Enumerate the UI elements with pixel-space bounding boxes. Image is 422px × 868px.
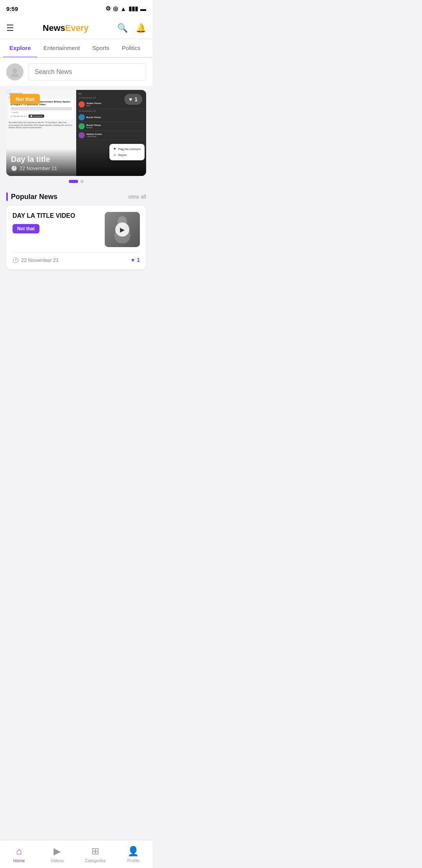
- news-card-title: DAY LA TITLE VIDEO: [13, 212, 99, 220]
- search-area: [0, 58, 152, 86]
- avatar: [6, 63, 23, 81]
- status-bar: 9:59 ⚙ ◎ ▲ ▮▮▮ ▬: [0, 0, 152, 17]
- clock-icon-2: 🕐: [13, 257, 19, 263]
- news-likes-count: 1: [137, 257, 140, 263]
- battery-icon: ▬: [140, 5, 146, 12]
- news-likes[interactable]: ♥ 1: [131, 257, 140, 263]
- news-card-footer: 🕐 22 November 21 ♥ 1: [13, 253, 140, 263]
- menu-button[interactable]: ☰: [6, 23, 14, 33]
- dot-2[interactable]: [80, 180, 84, 183]
- search-icon: 🔍: [117, 23, 128, 33]
- app-logo: NewsEvery: [43, 23, 88, 33]
- logo-text-news: News: [43, 23, 65, 33]
- fake-modal: ⚑ Flag this comment ⚠ Report: [109, 144, 145, 160]
- news-date-text: 22 November 21: [21, 257, 59, 263]
- popular-news-title: Popular News: [11, 193, 57, 201]
- wifi-icon: ▲: [120, 5, 126, 12]
- svg-point-0: [13, 68, 17, 73]
- heart-icon-2: ♥: [131, 257, 134, 263]
- dot-1[interactable]: [69, 180, 78, 183]
- view-all-button[interactable]: view all: [128, 194, 146, 200]
- search-button[interactable]: 🔍: [117, 23, 128, 33]
- settings-icon: ⚙: [106, 5, 111, 12]
- play-button[interactable]: ▶: [115, 222, 129, 237]
- svg-point-1: [11, 74, 19, 77]
- carousel-date: 🕐 22 November 21: [11, 165, 141, 171]
- clock-icon: 🕐: [11, 165, 17, 171]
- hamburger-icon: ☰: [6, 23, 14, 33]
- signal-icon: ▮▮▮: [129, 5, 138, 12]
- status-icons: ⚙ ◎ ▲ ▮▮▮ ▬: [106, 5, 146, 12]
- logo-text-every: Every: [65, 23, 89, 33]
- search-input[interactable]: [28, 63, 146, 81]
- carousel-like-badge[interactable]: ♥ 1: [124, 94, 142, 105]
- header-actions: 🔍 🔔: [117, 23, 146, 33]
- tab-politics[interactable]: Politics: [116, 39, 147, 58]
- carousel-date-text: 22 November 21: [20, 165, 57, 171]
- news-date: 🕐 22 November 21: [13, 257, 59, 263]
- heart-icon: ♥: [129, 96, 132, 102]
- status-time: 9:59: [6, 5, 18, 12]
- notification-icon: 🔔: [136, 23, 146, 33]
- news-card-inner: DAY LA TITLE VIDEO Noi that ▶: [13, 212, 140, 247]
- news-card-thumbnail[interactable]: ▶: [105, 212, 140, 247]
- popular-news-header: Popular News view all: [0, 186, 152, 206]
- tab-entertainment[interactable]: Entertainment: [37, 39, 86, 58]
- news-card-tag[interactable]: Noi that: [13, 224, 39, 233]
- carousel-tag-badge: Noi that: [10, 94, 40, 104]
- carousel-likes: 1: [134, 96, 138, 102]
- carousel-dots: [0, 180, 152, 183]
- news-card-content: DAY LA TITLE VIDEO Noi that: [13, 212, 99, 233]
- featured-carousel[interactable]: Entertainment 24 November 20 Emma Stone …: [6, 90, 146, 176]
- app-header: ☰ NewsEvery 🔍 🔔: [0, 17, 152, 39]
- news-card[interactable]: DAY LA TITLE VIDEO Noi that ▶ 🕐 22 Novem…: [6, 206, 146, 269]
- tab-explore[interactable]: Explore: [3, 39, 37, 58]
- nav-tabs: Explore Entertainment Sports Politics: [0, 39, 152, 58]
- section-title-wrap: Popular News: [6, 192, 57, 201]
- location-icon: ◎: [113, 5, 118, 12]
- notification-button[interactable]: 🔔: [136, 23, 146, 33]
- section-bar: [6, 192, 8, 201]
- tab-sports[interactable]: Sports: [86, 39, 115, 58]
